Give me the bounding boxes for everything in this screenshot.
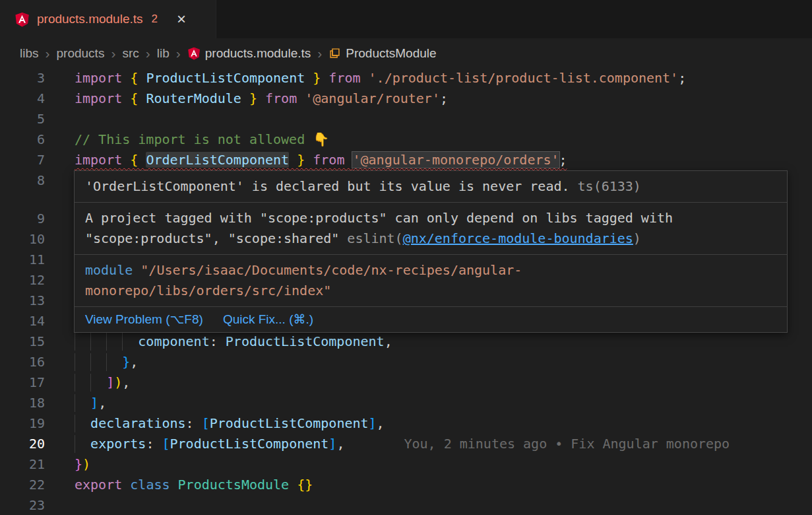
- breadcrumb-item-lib[interactable]: lib: [157, 46, 170, 61]
- code-token: ]: [328, 436, 336, 452]
- code-token: // This import is not allowed 👇: [75, 131, 329, 147]
- angular-icon: [187, 47, 201, 60]
- line-number[interactable]: 23: [0, 495, 45, 515]
- line-number[interactable]: 5: [0, 109, 45, 129]
- code-line[interactable]: ],: [75, 393, 812, 413]
- code-token: exports: [90, 436, 146, 452]
- code-token: }: [122, 354, 130, 370]
- line-number[interactable]: 15: [0, 331, 45, 352]
- code-token: RouterModule: [146, 90, 241, 106]
- breadcrumb-item-symbol[interactable]: ProductsModule: [328, 46, 436, 61]
- code-token: ProductListComponent: [210, 415, 369, 431]
- hover-text: module: [85, 262, 141, 278]
- code-token: }: [75, 456, 82, 472]
- code-line[interactable]: export class ProductsModule {}: [75, 475, 812, 495]
- code-token: declarations: [90, 415, 186, 431]
- code-token: ,: [336, 436, 344, 452]
- indent-spaces: [75, 395, 90, 411]
- chevron-right-icon: ›: [110, 46, 116, 61]
- quick-fix-action[interactable]: Quick Fix... (⌘.): [223, 312, 313, 327]
- code-token: ProductsModule: [178, 477, 297, 493]
- code-token: from: [328, 70, 368, 86]
- code-token: from: [313, 152, 352, 168]
- chevron-right-icon: ›: [145, 46, 151, 61]
- close-tab-icon[interactable]: ×: [177, 11, 186, 27]
- editor[interactable]: 34567151617181920212223891011121314 impo…: [0, 68, 812, 515]
- code-token: :: [210, 333, 226, 349]
- line-number[interactable]: 13: [0, 291, 45, 311]
- indent-guide: [75, 394, 75, 412]
- hover-section-diagnostic-ts: 'OrderListComponent' is declared but its…: [75, 171, 787, 203]
- hover-section-diagnostic-eslint: A project tagged with "scope:products" c…: [75, 203, 787, 255]
- line-number[interactable]: 8: [0, 170, 45, 191]
- line-number[interactable]: 7: [0, 150, 45, 170]
- indent-guide: [90, 353, 91, 371]
- code-line[interactable]: import { OrderListComponent } from '@ang…: [75, 150, 812, 170]
- code-line[interactable]: import { RouterModule } from '@angular/r…: [75, 88, 812, 109]
- line-number[interactable]: 17: [0, 372, 45, 393]
- line-number[interactable]: 20: [0, 434, 45, 454]
- code-line[interactable]: import { ProductListComponent } from './…: [75, 68, 812, 88]
- code-line[interactable]: // This import is not allowed 👇: [75, 129, 812, 150]
- breadcrumb-item-libs[interactable]: libs: [20, 46, 39, 61]
- tab-bar: products.module.ts 2 ×: [0, 0, 812, 38]
- line-number[interactable]: 21: [0, 454, 45, 475]
- line-number[interactable]: 22: [0, 475, 45, 495]
- indent-guide: [75, 435, 75, 453]
- code-line[interactable]: },: [75, 352, 812, 372]
- line-number[interactable]: 18: [0, 393, 45, 413]
- indent-guide: [106, 333, 107, 351]
- code-token: {: [130, 70, 146, 86]
- code-token: ]: [106, 374, 114, 390]
- code-token: {: [130, 152, 146, 168]
- breadcrumb-item-src[interactable]: src: [122, 46, 139, 61]
- tab-products-module[interactable]: products.module.ts 2 ×: [0, 0, 216, 38]
- code-token: ProductListComponent: [226, 333, 385, 349]
- indent-guide: [90, 333, 91, 351]
- line-number[interactable]: 19: [0, 413, 45, 434]
- code-token: './product-list/product-list.component': [369, 70, 679, 86]
- code-line[interactable]: component: ProductListComponent,: [75, 331, 812, 352]
- line-number[interactable]: 9: [0, 209, 45, 229]
- code-token: export: [75, 477, 130, 493]
- indent-spaces: [75, 354, 122, 370]
- breadcrumb-symbol-label: ProductsModule: [346, 46, 436, 61]
- chevron-right-icon: ›: [175, 46, 181, 61]
- eslint-rule-link[interactable]: @nx/enforce-module-boundaries: [403, 230, 633, 246]
- code-line[interactable]: declarations: [ProductListComponent],: [75, 413, 812, 434]
- breadcrumb-item-products[interactable]: products: [57, 46, 105, 61]
- code-line[interactable]: exports: [ProductListComponent],You, 2 m…: [75, 434, 812, 454]
- code-token: [: [202, 415, 210, 431]
- code-token: ,: [377, 415, 385, 431]
- line-number[interactable]: 16: [0, 352, 45, 372]
- line-number[interactable]: 12: [0, 270, 45, 291]
- hover-section-module-info: module "/Users/isaac/Documents/code/nx-r…: [75, 255, 787, 307]
- class-symbol-icon: [328, 47, 341, 59]
- line-number[interactable]: 11: [0, 250, 45, 270]
- line-number[interactable]: 10: [0, 229, 45, 250]
- code-token: }: [289, 152, 313, 168]
- line-number[interactable]: 3: [0, 68, 45, 88]
- line-number[interactable]: 6: [0, 129, 45, 150]
- code-line[interactable]: [75, 495, 812, 515]
- code-token: [: [162, 436, 170, 452]
- line-number[interactable]: 4: [0, 88, 45, 109]
- breadcrumb-item-file[interactable]: products.module.ts: [187, 46, 311, 61]
- code-line[interactable]: [75, 109, 812, 129]
- code-token: ,: [385, 333, 392, 349]
- code-token: ;: [559, 152, 567, 168]
- code-token: class: [130, 477, 177, 493]
- breadcrumb: libs › products › src › lib › products.m…: [0, 38, 812, 68]
- code-line[interactable]: }): [75, 454, 812, 475]
- code-token: '@angular/router': [305, 90, 440, 106]
- line-number[interactable]: 14: [0, 311, 45, 331]
- hover-text: eslint(: [347, 230, 402, 246]
- code-line[interactable]: ]),: [75, 372, 812, 393]
- git-blame-annotation: You, 2 minutes ago • Fix Angular monorep…: [404, 436, 730, 452]
- code-token: :: [146, 436, 162, 452]
- view-problem-action[interactable]: View Problem (⌥F8): [85, 312, 203, 327]
- hover-text: "/Users/isaac/Documents/code/nx-recipes/…: [85, 262, 522, 298]
- code-token: import: [75, 90, 130, 106]
- code-token: :: [186, 415, 202, 431]
- code-token: {}: [297, 477, 313, 493]
